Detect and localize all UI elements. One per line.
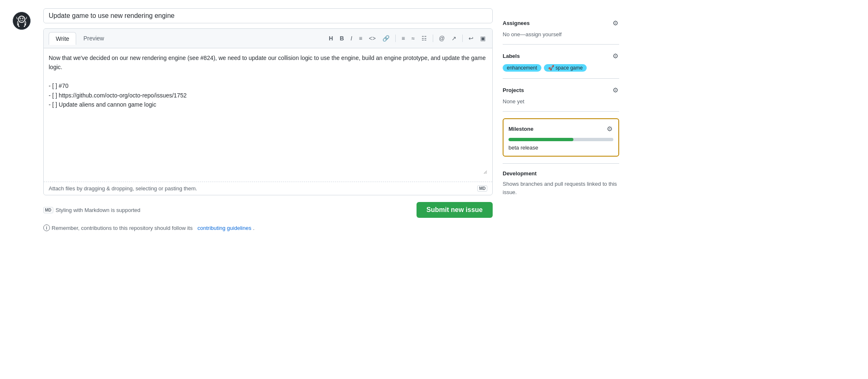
reminder-text: Remember, contributions to this reposito…	[52, 225, 193, 231]
heading-icon[interactable]: H	[327, 34, 335, 42]
projects-content: None yet	[503, 98, 619, 105]
toolbar-separator-3	[462, 35, 463, 42]
footer-row: MD Styling with Markdown is supported Su…	[43, 200, 493, 219]
milestone-header: Milestone ⚙	[508, 124, 613, 134]
svg-point-9	[18, 26, 20, 27]
markdown-badge-icon: MD	[43, 207, 53, 213]
sidebar: Assignees ⚙ No one—assign yourself Label…	[503, 8, 619, 371]
issue-title-input[interactable]	[43, 8, 493, 23]
markdown-note: MD Styling with Markdown is supported	[43, 207, 140, 213]
editor-box: Write Preview H B I ≡ <> 🔗 ≡ ≈ ☷ @ ↗	[43, 28, 493, 195]
italic-icon[interactable]: I	[349, 34, 354, 42]
milestone-progress-bar	[508, 138, 613, 141]
quote-icon[interactable]: ≡	[357, 34, 364, 42]
info-icon: i	[43, 224, 50, 231]
ordered-list-icon[interactable]: ≈	[410, 34, 417, 42]
reminder-period: .	[253, 225, 255, 231]
toolbar-separator-2	[433, 35, 433, 42]
development-content: Shows branches and pull requests linked …	[503, 180, 619, 196]
contributing-guidelines-link[interactable]: contributing guidelines	[198, 225, 251, 231]
issue-body-textarea[interactable]: Now that we've decided on our new render…	[49, 53, 487, 174]
assignees-gear-button[interactable]: ⚙	[612, 18, 619, 28]
labels-gear-button[interactable]: ⚙	[612, 51, 619, 61]
toolbar-separator-1	[395, 35, 396, 42]
svg-point-7	[17, 24, 19, 26]
preview-tab[interactable]: Preview	[76, 32, 111, 45]
editor-tabs-bar: Write Preview H B I ≡ <> 🔗 ≡ ≈ ☷ @ ↗	[44, 29, 492, 48]
development-section: Development Shows branches and pull requ…	[503, 164, 619, 203]
labels-row: enhancement 🚀 space game	[503, 64, 619, 72]
milestone-gear-button[interactable]: ⚙	[606, 124, 613, 134]
toolbar-icons: H B I ≡ <> 🔗 ≡ ≈ ☷ @ ↗ ↩ ▣	[327, 34, 487, 42]
tab-group: Write Preview	[49, 32, 111, 45]
labels-section: Labels ⚙ enhancement 🚀 space game	[503, 45, 619, 79]
label-space-game[interactable]: 🚀 space game	[544, 64, 587, 72]
projects-title: Projects	[503, 87, 524, 93]
assignees-content: No one—assign yourself	[503, 31, 619, 37]
milestone-section: Milestone ⚙ beta release	[503, 112, 619, 164]
development-header: Development	[503, 170, 619, 177]
submit-new-issue-button[interactable]: Submit new issue	[417, 202, 493, 218]
assignees-header: Assignees ⚙	[503, 18, 619, 28]
milestone-box: Milestone ⚙ beta release	[503, 118, 619, 157]
fullscreen-icon[interactable]: ▣	[479, 34, 487, 42]
textarea-area: Now that we've decided on our new render…	[44, 48, 492, 182]
markdown-support-text: Styling with Markdown is supported	[56, 207, 141, 213]
svg-point-2	[19, 17, 24, 22]
code-icon[interactable]: <>	[367, 34, 377, 42]
write-tab[interactable]: Write	[49, 32, 76, 45]
svg-point-6	[22, 18, 23, 19]
svg-point-10	[24, 26, 25, 27]
labels-title: Labels	[503, 53, 520, 59]
projects-section: Projects ⚙ None yet	[503, 79, 619, 112]
bold-icon[interactable]: B	[338, 34, 345, 42]
link-icon[interactable]: 🔗	[381, 34, 391, 42]
assignees-value: No one—assign yourself	[503, 31, 562, 37]
milestone-name: beta release	[508, 145, 613, 151]
assignees-section: Assignees ⚙ No one—assign yourself	[503, 12, 619, 45]
mention-icon[interactable]: @	[437, 34, 446, 42]
undo-icon[interactable]: ↩	[467, 34, 475, 42]
attach-files-label: Attach files by dragging & dropping, sel…	[49, 185, 197, 192]
assignees-title: Assignees	[503, 20, 530, 26]
page-wrapper: Write Preview H B I ≡ <> 🔗 ≡ ≈ ☷ @ ↗	[0, 0, 868, 379]
projects-value: None yet	[503, 98, 524, 105]
avatar-column	[12, 8, 33, 371]
svg-point-5	[20, 18, 21, 19]
svg-point-8	[25, 24, 26, 26]
development-title: Development	[503, 170, 537, 177]
reminder-row: i Remember, contributions to this reposi…	[43, 224, 493, 231]
markdown-icon: MD	[477, 185, 487, 192]
attach-files-area[interactable]: Attach files by dragging & dropping, sel…	[44, 182, 492, 195]
milestone-title: Milestone	[508, 126, 533, 132]
labels-header: Labels ⚙	[503, 51, 619, 61]
milestone-progress-fill	[508, 138, 573, 141]
projects-gear-button[interactable]: ⚙	[612, 85, 619, 95]
reference-icon[interactable]: ↗	[450, 34, 458, 42]
label-enhancement[interactable]: enhancement	[503, 64, 541, 72]
projects-header: Projects ⚙	[503, 85, 619, 95]
task-list-icon[interactable]: ☷	[420, 34, 429, 42]
avatar	[12, 12, 31, 30]
unordered-list-icon[interactable]: ≡	[400, 34, 407, 42]
main-content: Write Preview H B I ≡ <> 🔗 ≡ ≈ ☷ @ ↗	[43, 8, 493, 371]
